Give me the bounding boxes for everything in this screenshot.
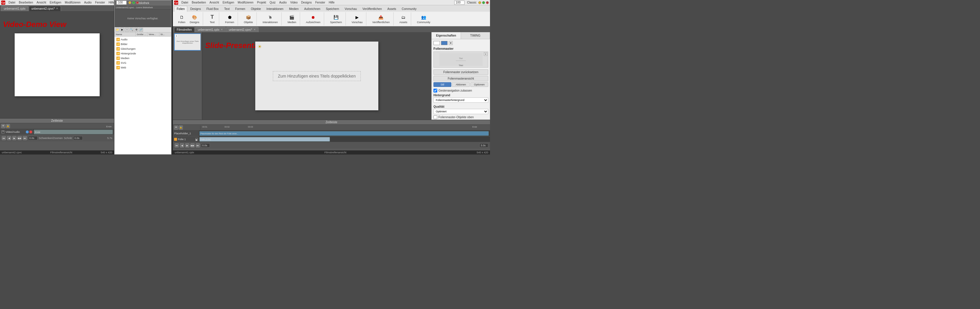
lib-btn-5[interactable]: ⚙ [134, 28, 138, 32]
ribbon-tab-objekte[interactable]: Objekte [248, 6, 264, 12]
win-close-right[interactable]: ✕ [486, 1, 489, 4]
left-track-btn-lock[interactable] [29, 130, 32, 133]
menu-einfuegen-right[interactable]: Einfügen [221, 1, 235, 5]
tab-unbenannt1-right[interactable]: unbenannt1.cptx ✕ [195, 27, 226, 32]
right-track-expand-2[interactable]: ▶ [196, 138, 198, 141]
right-timeline-lock-btn[interactable]: 🔒 [179, 125, 183, 130]
menu-video-right[interactable]: Video [289, 1, 299, 5]
ribbon-btn-medien[interactable]: 🎬 Medien [286, 13, 298, 25]
tab-unbenannt2-left[interactable]: unbenannt2.cpvc* ✕ [29, 6, 61, 11]
lib-btn-4[interactable]: 🔍 [129, 28, 134, 32]
left-play-end[interactable]: ⏭ [23, 136, 27, 140]
props-color-swatch-1[interactable] [433, 41, 440, 45]
ribbon-btn-vorschau[interactable]: ▶ Vorschau [350, 13, 364, 25]
left-time-input[interactable]: 0.0s [28, 136, 38, 140]
tab-close-1-right[interactable]: ✕ [221, 29, 223, 31]
win-max-left[interactable]: □ [132, 1, 135, 4]
left-time-input-2[interactable]: 0.0s [73, 136, 83, 140]
lib-folder-web[interactable]: 📁 Web [115, 65, 170, 70]
right-slide-canvas[interactable]: ☀ Zum Hinzufügen eines Titels doppelklic… [255, 41, 379, 110]
filmstrip-slide-1[interactable]: Zum Hinzufügen eines Titels doppelklicke… [174, 33, 201, 51]
ribbon-btn-text[interactable]: T Text [207, 13, 217, 25]
left-play-back[interactable]: ◀ [7, 136, 11, 140]
menu-datei-left[interactable]: Datei [7, 1, 17, 5]
zoom-value-left[interactable]: 100 [116, 1, 127, 5]
props-btn-reset[interactable]: Folienmaster zurücksetzen [433, 69, 488, 75]
win-max-right[interactable]: □ [482, 1, 485, 4]
menu-modifizieren-left[interactable]: Modifizieren [63, 1, 82, 5]
left-slide-canvas[interactable] [15, 33, 100, 96]
props-btn-view[interactable]: Folienmasteransicht [433, 76, 488, 81]
right-time-3s[interactable]: 3.0s [479, 143, 488, 147]
props-checkbox-gesten-input[interactable] [433, 89, 437, 92]
props-sub-tab-stil[interactable]: Stil [433, 82, 451, 87]
menu-hilfe-left[interactable]: Hilfe [107, 1, 116, 5]
ribbon-tab-folien[interactable]: Folien [174, 6, 187, 12]
lib-btn-1[interactable]: 📁 [116, 28, 119, 32]
lib-btn-2[interactable]: ▶ [120, 28, 124, 32]
menu-audio-right[interactable]: Audio [278, 1, 288, 5]
ribbon-btn-designs[interactable]: 🎨 Designs [188, 13, 201, 25]
ribbon-tab-veroeffentlichen[interactable]: Veröffentlichen [360, 6, 385, 12]
ribbon-tab-aufzeichnen[interactable]: Aufzeichnen [302, 6, 323, 12]
lib-folder-gleichungen[interactable]: 📁 Gleichungen [115, 46, 170, 51]
right-track-block-2[interactable]: Folie (3.0s) [199, 137, 330, 142]
left-play-begin[interactable]: ⏮ [2, 136, 6, 140]
left-play-forward[interactable]: ▶▶ [18, 136, 22, 140]
right-time-0s[interactable]: 0.0s [201, 143, 210, 147]
ribbon-tab-fluidbox[interactable]: Fluid Box [204, 6, 221, 12]
left-play-btn[interactable]: ▶ [12, 136, 16, 140]
left-track-block-1[interactable]: Ende [34, 130, 113, 134]
right-play-forward[interactable]: ▶▶ [191, 143, 195, 147]
left-track-btn-vis[interactable] [26, 130, 29, 133]
slide-title-placeholder[interactable]: Zum Hinzufügen eines Titels doppelklicke… [273, 71, 361, 81]
ribbon-btn-objekte[interactable]: 📦 Objekte [242, 13, 255, 25]
ribbon-tab-speichern[interactable]: Speichern [323, 6, 342, 12]
timeline-lock-btn-left[interactable]: 🔒 [6, 124, 10, 128]
ribbon-tab-assets[interactable]: Assets [385, 6, 399, 12]
tab-unbenannt1-left[interactable]: unbenannt1.cptx [1, 6, 28, 11]
timeline-eye-btn-left[interactable]: 👁 [1, 124, 5, 128]
win-min-left[interactable]: — [128, 1, 131, 4]
menu-ansicht-left[interactable]: Ansicht [35, 1, 48, 5]
ribbon-tab-text[interactable]: Text [221, 6, 232, 12]
props-quality-select[interactable]: Optimiert [433, 109, 488, 114]
right-play-begin[interactable]: ⏮ [175, 143, 179, 147]
right-timeline-eye-btn[interactable]: 👁 [174, 125, 178, 130]
ribbon-btn-interaktionen[interactable]: 🖱 Interaktionen [261, 13, 280, 25]
ribbon-btn-assets[interactable]: 🗂 Assets [398, 13, 409, 25]
menu-bearbeiten-left[interactable]: Bearbeiten [17, 1, 34, 5]
menu-hilfe-right[interactable]: Hilfe [327, 1, 336, 5]
lib-folder-svg[interactable]: 📁 SVG [115, 60, 170, 65]
tab-close-left[interactable]: ✕ [56, 7, 58, 10]
ribbon-btn-neue-folie[interactable]: 🗋 Folien [177, 13, 187, 25]
props-checkbox-folienmasterobjekte-input[interactable] [433, 115, 437, 119]
right-play-btn[interactable]: ▶ [185, 143, 189, 147]
ribbon-btn-aufzeichnen[interactable]: ⏺ Aufzeichnen [304, 13, 322, 25]
ribbon-tab-designs[interactable]: Designs [188, 6, 204, 12]
props-sub-tab-optionen[interactable]: Optionen [470, 82, 488, 87]
menu-projekt-right[interactable]: Projekt [256, 1, 267, 5]
menu-audio-left[interactable]: Audio [83, 1, 93, 5]
lib-folder-hintergruende[interactable]: 📁 Hintergründe [115, 51, 170, 56]
right-play-end[interactable]: ⏭ [196, 143, 200, 147]
props-color-swatch-2[interactable] [441, 41, 447, 45]
menu-einfuegen-left[interactable]: Einfügen [48, 1, 63, 5]
lib-folder-audio[interactable]: 📁 Audio [115, 37, 170, 42]
lib-folder-medien[interactable]: 📁 Medien [115, 56, 170, 60]
menu-quiz-right[interactable]: Quiz [268, 1, 277, 5]
tab-filmstreifen-right[interactable]: Filmstreifen [174, 27, 195, 32]
menu-designs-right[interactable]: Designs [300, 1, 313, 5]
menu-fenster-left[interactable]: Fenster [94, 1, 107, 5]
props-sub-tab-aktionen[interactable]: Aktionen [452, 82, 470, 87]
ribbon-btn-speichern[interactable]: 💾 Speichern [328, 13, 344, 25]
menu-fenster-right[interactable]: Fenster [314, 1, 327, 5]
ribbon-btn-community[interactable]: 👥 Community [415, 13, 432, 25]
ribbon-tab-community[interactable]: Community [399, 6, 419, 12]
menu-bearbeiten-right[interactable]: Bearbeiten [190, 1, 207, 5]
menu-modifizieren-right[interactable]: Modifizieren [236, 1, 255, 5]
props-tab-timing[interactable]: TIMING [461, 32, 490, 39]
ribbon-tab-vorschau[interactable]: Vorschau [342, 6, 360, 12]
tab-close-2-right[interactable]: ✕ [253, 29, 256, 31]
right-play-back[interactable]: ◀ [180, 143, 184, 147]
